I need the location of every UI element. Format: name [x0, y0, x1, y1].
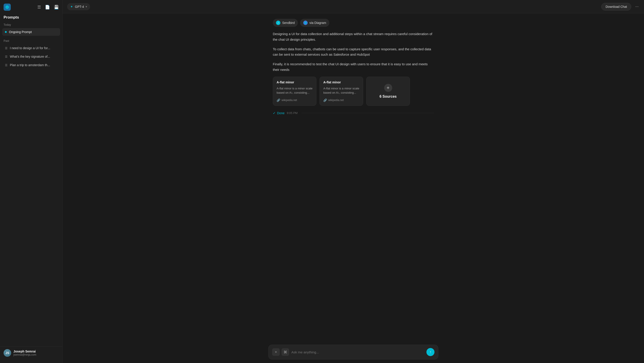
source-card-2[interactable]: A-flat minor A-flat minor is a minor sca… — [320, 77, 363, 106]
plus-icon: + — [275, 350, 277, 354]
done-time: 9:05 PM — [287, 111, 298, 115]
cmd-icon: ⌘ — [284, 350, 287, 354]
more-sources-plus-icon: + — [384, 84, 392, 92]
input-area: + ⌘ ↑ — [62, 342, 644, 363]
active-prompt-text: Ongoing Prompt — [9, 30, 32, 34]
source-card-1[interactable]: A-flat minor A-flat minor is a minor sca… — [273, 77, 316, 106]
input-box: + ⌘ ↑ — [268, 345, 438, 360]
sparkle-icon: ✦ — [70, 5, 73, 9]
source-card-2-title: A-flat minor — [323, 80, 359, 84]
past-prompt-text-1: I need to design a UI for for... — [10, 46, 50, 50]
header: ✦ GPT-4 ▾ Download Chat ··· — [62, 0, 644, 13]
source-card-2-footer: 🔗 wikipedia.net — [323, 99, 359, 102]
past-prompt-text-3: Plan a trip to amsterdam th... — [10, 63, 50, 67]
download-chat-button[interactable]: Download Chat — [601, 3, 631, 10]
sendbird-icon: ✓ — [276, 20, 280, 25]
chat-input[interactable] — [291, 350, 424, 354]
source-card-2-body: A-flat minor is a minor scale based on A… — [323, 86, 359, 95]
sidebar-footer: JS Joseph Semrai jsemrai@ninja.com — [0, 346, 62, 360]
source-card-1-source: wikipedia.net — [282, 99, 297, 102]
model-selector[interactable]: ✦ GPT-4 ▾ — [67, 3, 90, 10]
source-card-1-body: A-flat minor is a minor scale based on A… — [276, 86, 312, 95]
more-sources-label: 6 Sources — [380, 94, 396, 99]
code-icon[interactable]: 💾 — [54, 5, 59, 9]
active-prompt-item[interactable]: Ongoing Prompt — [2, 28, 60, 36]
source-card-1-footer: 🔗 wikipedia.net — [276, 99, 312, 102]
source-card-2-source: wikipedia.net — [328, 99, 344, 102]
link-icon-2: 🔗 — [323, 99, 327, 102]
source-pill-sendbird-label: Sendbird — [282, 21, 295, 24]
sidebar-icons: ☰ 📄 💾 — [0, 3, 62, 14]
source-pill-diagram-label: via Diagram — [310, 21, 326, 24]
done-label: Done — [277, 111, 284, 115]
response-paragraph-2: To collect data from chats, chatbots can… — [273, 46, 434, 58]
chat-content: ✓ Sendbird via Diagram Designing a UI fo… — [268, 19, 438, 118]
today-label: Today — [0, 22, 62, 28]
input-icons: + ⌘ — [272, 348, 289, 356]
list-icon-1: ☰ — [5, 46, 8, 50]
source-pill-diagram[interactable]: via Diagram — [300, 19, 330, 27]
list-icon-2: ☰ — [5, 55, 8, 58]
past-prompt-3[interactable]: ☰ Plan a trip to amsterdam th... — [2, 61, 60, 69]
header-right: Download Chat ··· — [601, 3, 640, 10]
past-prompt-1[interactable]: ☰ I need to design a UI for for... — [2, 44, 60, 52]
document-icon[interactable]: 📄 — [45, 5, 50, 9]
link-icon-1: 🔗 — [276, 99, 280, 102]
command-button[interactable]: ⌘ — [282, 348, 289, 356]
send-button[interactable]: ↑ — [426, 348, 434, 356]
list-icon-3: ☰ — [5, 63, 8, 67]
chat-area: ✓ Sendbird via Diagram Designing a UI fo… — [62, 13, 644, 342]
sidebar: ☰ 📄 💾 Prompts Today Ongoing Prompt Past … — [0, 0, 62, 363]
done-check-icon: ✓ — [273, 111, 276, 115]
svg-point-0 — [7, 7, 8, 8]
source-pills: ✓ Sendbird via Diagram — [273, 19, 434, 27]
user-avatar: JS — [4, 349, 11, 357]
more-options-button[interactable]: ··· — [634, 3, 640, 10]
send-icon: ↑ — [430, 350, 431, 354]
menu-icon[interactable]: ☰ — [37, 5, 41, 9]
done-divider — [302, 113, 434, 113]
sidebar-title: Prompts — [0, 14, 62, 22]
response-paragraph-3: Finally, it is recommended to test the c… — [273, 61, 434, 73]
response-paragraph-1: Designing a UI for data collection and a… — [273, 31, 434, 42]
diagram-icon — [303, 20, 308, 25]
chevron-down-icon: ▾ — [86, 5, 87, 8]
user-name: Joseph Semrai — [14, 350, 36, 353]
main-panel: ✦ GPT-4 ▾ Download Chat ··· ✓ Sendbird — [62, 0, 644, 363]
user-email: jsemrai@ninja.com — [14, 353, 36, 356]
active-dot — [5, 31, 7, 33]
past-prompt-text-2: What's the key signature of... — [10, 55, 50, 58]
model-name: GPT-4 — [75, 5, 84, 8]
more-sources-card[interactable]: + 6 Sources — [366, 77, 410, 106]
source-card-1-title: A-flat minor — [276, 80, 312, 84]
past-label: Past — [0, 38, 62, 44]
user-info: Joseph Semrai jsemrai@ninja.com — [14, 350, 36, 356]
done-badge: ✓ Done — [273, 111, 284, 115]
source-pill-sendbird[interactable]: ✓ Sendbird — [273, 19, 298, 27]
done-row: ✓ Done 9:05 PM — [273, 110, 434, 116]
app-logo[interactable] — [4, 3, 11, 11]
add-button[interactable]: + — [272, 348, 280, 356]
source-cards: A-flat minor A-flat minor is a minor sca… — [273, 77, 434, 106]
past-prompt-2[interactable]: ☰ What's the key signature of... — [2, 53, 60, 60]
